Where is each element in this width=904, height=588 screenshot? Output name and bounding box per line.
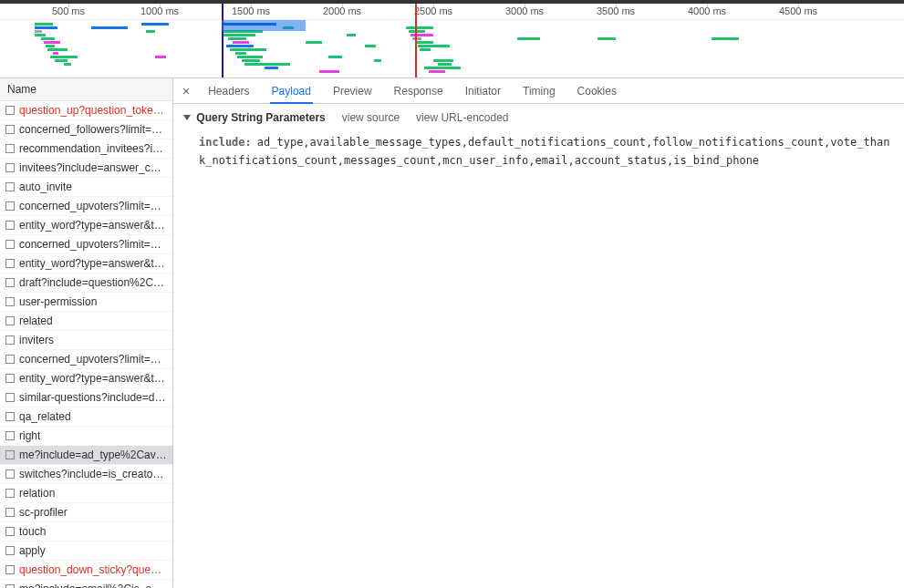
request-checkbox[interactable] xyxy=(5,431,15,440)
tab-initiator[interactable]: Initiator xyxy=(463,79,503,103)
request-label: recommendation_invitees?inc… xyxy=(19,142,167,155)
request-checkbox[interactable] xyxy=(5,469,15,479)
request-checkbox[interactable] xyxy=(5,259,15,268)
request-label: me?include=email%2Cis_active xyxy=(19,583,167,588)
waterfall-bar xyxy=(235,52,246,55)
tab-preview[interactable]: Preview xyxy=(331,79,374,103)
request-checkbox[interactable] xyxy=(5,240,15,249)
request-row[interactable]: entity_word?type=answer&to… xyxy=(0,254,172,273)
request-row[interactable]: me?include=email%2Cis_active xyxy=(0,580,172,588)
timeline-overview[interactable]: 500 ms1000 ms1500 ms2000 ms2500 ms3000 m… xyxy=(0,4,904,78)
request-row[interactable]: recommendation_invitees?inc… xyxy=(0,139,172,159)
request-row[interactable]: relation xyxy=(0,484,172,503)
request-row[interactable]: concerned_followers?limit=7… xyxy=(0,120,172,139)
request-checkbox[interactable] xyxy=(5,106,15,115)
request-row[interactable]: touch xyxy=(0,522,172,542)
disclosure-triangle-icon[interactable] xyxy=(183,115,191,120)
waterfall-bar xyxy=(53,52,58,55)
request-list-header[interactable]: Name xyxy=(0,78,172,101)
waterfall-bar xyxy=(517,37,540,40)
timeline-tick: 2500 ms xyxy=(414,5,452,16)
request-label: concerned_upvoters?limit=5… xyxy=(19,238,167,251)
request-label: user-permission xyxy=(19,295,97,308)
waterfall-bar xyxy=(141,23,169,26)
request-label: draft?include=question%2Csc… xyxy=(19,276,167,289)
waterfall-bar xyxy=(35,23,53,26)
request-list[interactable]: Name question_up?question_token…concerne… xyxy=(0,78,173,588)
request-label: concerned_upvoters?limit=5… xyxy=(19,353,167,366)
waterfall-bar xyxy=(347,34,356,36)
tab-payload[interactable]: Payload xyxy=(270,79,313,103)
request-row[interactable]: sc-profiler xyxy=(0,503,172,522)
request-checkbox[interactable] xyxy=(5,393,15,402)
waterfall-bar xyxy=(365,45,376,47)
request-row[interactable]: concerned_upvoters?limit=5… xyxy=(0,350,172,369)
waterfall-bar xyxy=(146,30,155,33)
query-params-section-header[interactable]: Query String Parameters view source view… xyxy=(173,104,904,131)
close-icon[interactable]: × xyxy=(182,84,190,98)
request-checkbox[interactable] xyxy=(5,584,15,588)
request-row[interactable]: qa_related xyxy=(0,407,172,427)
waterfall-bar xyxy=(712,37,739,40)
tab-headers[interactable]: Headers xyxy=(206,79,251,103)
request-label: inviters xyxy=(19,334,54,346)
request-label: switches?include=is_creator%… xyxy=(19,468,167,480)
request-checkbox[interactable] xyxy=(5,489,15,498)
request-row[interactable]: user-permission xyxy=(0,293,172,312)
tab-response[interactable]: Response xyxy=(392,79,445,103)
view-urlencoded-link[interactable]: view URL-encoded xyxy=(416,111,508,124)
waterfall-bar xyxy=(226,45,254,47)
request-checkbox[interactable] xyxy=(5,201,15,211)
request-label: me?include=ad_type%2Cavail… xyxy=(19,449,167,461)
request-row[interactable]: entity_word?type=answer&to… xyxy=(0,369,172,388)
request-checkbox[interactable] xyxy=(5,412,15,421)
request-row[interactable]: inviters xyxy=(0,331,172,350)
request-checkbox[interactable] xyxy=(5,163,15,172)
request-row[interactable]: concerned_upvoters?limit=5… xyxy=(0,197,172,216)
request-checkbox[interactable] xyxy=(5,144,15,153)
request-checkbox[interactable] xyxy=(5,182,15,191)
request-checkbox[interactable] xyxy=(5,125,15,134)
timeline-tick: 1000 ms xyxy=(140,5,179,16)
request-row[interactable]: right xyxy=(0,427,172,446)
request-row[interactable]: question_up?question_token… xyxy=(0,101,172,120)
waterfall-bar xyxy=(223,34,255,36)
request-row[interactable]: auto_invite xyxy=(0,178,172,197)
request-row[interactable]: entity_word?type=answer&to… xyxy=(0,216,172,235)
request-row[interactable]: similar-questions?include=da… xyxy=(0,388,172,407)
request-row[interactable]: switches?include=is_creator%… xyxy=(0,465,172,484)
view-source-link[interactable]: view source xyxy=(342,111,400,124)
timeline-tick: 1500 ms xyxy=(232,5,270,16)
timeline-selection[interactable] xyxy=(222,20,306,31)
request-checkbox[interactable] xyxy=(5,335,15,345)
request-row[interactable]: invitees?include=answer_cou… xyxy=(0,159,172,178)
request-checkbox[interactable] xyxy=(5,221,15,230)
timeline-cursor[interactable] xyxy=(222,4,223,77)
request-checkbox[interactable] xyxy=(5,278,15,287)
request-checkbox[interactable] xyxy=(5,316,15,325)
request-label: related xyxy=(19,315,53,327)
request-label: entity_word?type=answer&to… xyxy=(19,219,167,232)
request-checkbox[interactable] xyxy=(5,355,15,364)
request-row[interactable]: me?include=ad_type%2Cavail… xyxy=(0,446,172,465)
request-checkbox[interactable] xyxy=(5,374,15,383)
request-label: concerned_upvoters?limit=5… xyxy=(19,200,167,212)
request-label: entity_word?type=answer&to… xyxy=(19,372,167,385)
request-row[interactable]: concerned_upvoters?limit=5… xyxy=(0,235,172,254)
request-checkbox[interactable] xyxy=(5,508,15,517)
request-checkbox[interactable] xyxy=(5,527,15,536)
request-checkbox[interactable] xyxy=(5,546,15,555)
tab-cookies[interactable]: Cookies xyxy=(576,79,618,103)
tab-timing[interactable]: Timing xyxy=(521,79,557,103)
request-row[interactable]: related xyxy=(0,312,172,331)
request-label: question_down_sticky?questi… xyxy=(19,563,167,576)
request-row[interactable]: question_down_sticky?questi… xyxy=(0,561,172,580)
param-key: include: xyxy=(199,136,252,149)
request-checkbox[interactable] xyxy=(5,565,15,574)
request-checkbox[interactable] xyxy=(5,297,15,306)
waterfall-bar xyxy=(412,37,421,40)
request-row[interactable]: draft?include=question%2Csc… xyxy=(0,273,172,293)
request-checkbox[interactable] xyxy=(5,450,15,459)
waterfall-bar xyxy=(319,70,339,73)
request-row[interactable]: apply xyxy=(0,542,172,561)
